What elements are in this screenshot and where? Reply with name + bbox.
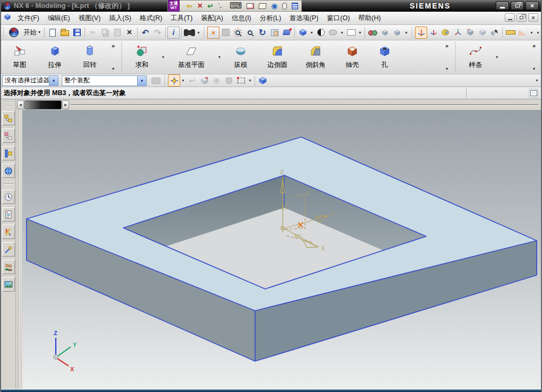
combo-dropdown-icon[interactable]: ▾	[137, 76, 146, 86]
menu-view[interactable]: 视图(V)	[74, 12, 105, 24]
screen-layout-button[interactable]	[529, 89, 538, 98]
unite-dropdown[interactable]: ▾	[159, 41, 167, 73]
info-cursor-button[interactable]: i	[167, 27, 180, 39]
feature-toolbar-grip[interactable]	[120, 42, 123, 72]
feature-button-spline[interactable]: 样条	[458, 41, 493, 73]
ime-draft-icon[interactable]	[258, 3, 267, 9]
open-file-button[interactable]	[58, 27, 71, 39]
combo-dropdown-icon[interactable]: ▾	[49, 76, 58, 86]
feature-button-sketch[interactable]: 草图	[2, 41, 37, 73]
shaded-view-dropdown[interactable]: ▾	[309, 27, 315, 39]
menu-window[interactable]: 窗口(O)	[323, 12, 354, 24]
feature-button-hole[interactable]: 孔	[370, 41, 400, 73]
object-display-button[interactable]	[439, 27, 452, 39]
marquee-dropdown[interactable]: ▾	[247, 74, 253, 87]
cut-button[interactable]: ✂	[87, 27, 99, 39]
ime-menu-list-icon[interactable]	[292, 3, 298, 10]
feature-button-datum-plane[interactable]: 基准平面	[167, 41, 216, 73]
snap-point-button[interactable]	[168, 74, 180, 87]
constraint-navigator-tab[interactable]	[2, 129, 15, 143]
rotate-view-button[interactable]: ↻	[256, 27, 268, 39]
h-scroll-thumb[interactable]	[24, 100, 62, 109]
move-object-button[interactable]	[464, 27, 476, 39]
history-tab[interactable]	[2, 190, 15, 204]
graphics-viewport[interactable]: Z ZC Y XC X Z Y X	[22, 110, 541, 389]
manufacturing-wizard-tab[interactable]	[2, 242, 15, 257]
ime-logo-icon[interactable]: 文通WT	[168, 0, 180, 12]
background-button[interactable]	[345, 27, 357, 39]
erase-object-button[interactable]	[198, 74, 210, 87]
ime-mouse-icon[interactable]	[282, 3, 287, 10]
ime-back-arrow-icon[interactable]: ⇐	[187, 2, 193, 10]
pan-button[interactable]	[268, 27, 281, 39]
curve-toolbar-grip[interactable]	[454, 42, 457, 72]
selection-filter-combo[interactable]: 没有选择过滤器 ▾	[2, 75, 58, 86]
menu-analysis[interactable]: 分析(L)	[256, 12, 285, 24]
delete-button[interactable]: ×	[123, 27, 136, 39]
find-button[interactable]	[183, 27, 196, 39]
hide-component-button[interactable]	[391, 27, 403, 39]
menu-file[interactable]: 文件(F)	[13, 12, 44, 24]
feature-button-draft[interactable]: 拔模	[223, 41, 258, 73]
feature-button-extrude[interactable]: 拉伸	[37, 41, 72, 73]
wcs-orient-button[interactable]	[427, 27, 439, 39]
glasses-button[interactable]	[367, 27, 379, 39]
menu-preferences[interactable]: 首选项(P)	[285, 12, 323, 24]
resource-bar-grip[interactable]	[5, 101, 12, 107]
update-display-button[interactable]	[281, 27, 293, 39]
undo-button[interactable]: ↶	[139, 27, 151, 39]
measure-angle-button[interactable]	[516, 27, 529, 39]
snap-point-dropdown[interactable]: ▾	[180, 74, 186, 87]
graphics-v-scrollbar[interactable]	[16, 110, 22, 389]
part-navigator-tab[interactable]	[2, 146, 15, 160]
marquee-select-button[interactable]	[235, 74, 247, 87]
show-component-button[interactable]	[379, 27, 391, 39]
select-cube-button[interactable]	[488, 27, 501, 39]
datum-plane-dropdown[interactable]: ▾	[216, 41, 223, 73]
pane-options-dropdown[interactable]: ▾	[112, 67, 114, 71]
color-triad-button[interactable]	[452, 27, 464, 39]
measure-distance-button[interactable]	[504, 27, 516, 39]
system-materials-tab[interactable]	[2, 207, 15, 221]
zoom-extent-button[interactable]	[219, 27, 232, 39]
pane-options-dropdown[interactable]: ▾	[533, 67, 535, 71]
overflow-chevron[interactable]: »	[445, 43, 448, 49]
selection-scope-combo[interactable]: 整个装配 ▾	[62, 75, 147, 86]
redo-button[interactable]: ↷	[151, 27, 164, 39]
menu-insert[interactable]: 插入(S)	[105, 12, 136, 24]
toolbar-options-dropdown[interactable]: ▾	[535, 27, 541, 39]
scroll-right-button[interactable]: ▸	[62, 100, 69, 109]
minimize-button[interactable]	[496, 1, 509, 10]
copy-button[interactable]	[99, 27, 111, 39]
roles-tab[interactable]	[2, 260, 15, 274]
menu-format[interactable]: 格式(R)	[136, 12, 166, 24]
start-menu-button[interactable]: 开始▾	[21, 27, 43, 38]
ime-keyboard-icon[interactable]: ⌨	[230, 2, 242, 10]
ime-punctuation-icon[interactable]: ’。	[218, 3, 225, 8]
zoom-in-button[interactable]	[244, 27, 256, 39]
background-dropdown[interactable]: ▾	[357, 27, 363, 39]
new-file-button[interactable]	[46, 27, 58, 39]
shaded-view-button[interactable]	[297, 27, 309, 39]
ime-enter-icon[interactable]: ↵	[207, 2, 214, 10]
render-style-button[interactable]	[315, 27, 327, 39]
nx-swirl-icon[interactable]	[9, 28, 19, 37]
menu-edit[interactable]: 编辑(E)	[44, 12, 74, 24]
feature-button-edge-blend[interactable]: 边倒圆	[258, 41, 297, 73]
restore-button[interactable]	[511, 1, 524, 10]
mdi-close-button[interactable]: ×	[528, 13, 538, 22]
measure-dropdown[interactable]: ▾	[529, 27, 535, 39]
overflow-chevron[interactable]: »	[532, 43, 536, 49]
filter-disabled-button[interactable]	[150, 74, 162, 87]
menu-tools[interactable]: 工具(T)	[166, 12, 197, 24]
feature-button-shell[interactable]: 抽壳	[335, 41, 370, 73]
reuse-library-tab[interactable]	[2, 164, 15, 178]
find-dropdown[interactable]: ▾	[196, 27, 201, 39]
wcs-toolbar-grip[interactable]	[411, 27, 413, 38]
feature-button-chamfer[interactable]: 倒斜角	[297, 41, 335, 73]
mdi-restore-button[interactable]	[516, 13, 527, 22]
scroll-left-button[interactable]: ◂	[17, 100, 24, 109]
assembly-navigator-tab[interactable]	[2, 111, 15, 125]
menu-assemblies[interactable]: 装配(A)	[197, 12, 227, 24]
hide-dropdown[interactable]: ▾	[403, 27, 409, 39]
